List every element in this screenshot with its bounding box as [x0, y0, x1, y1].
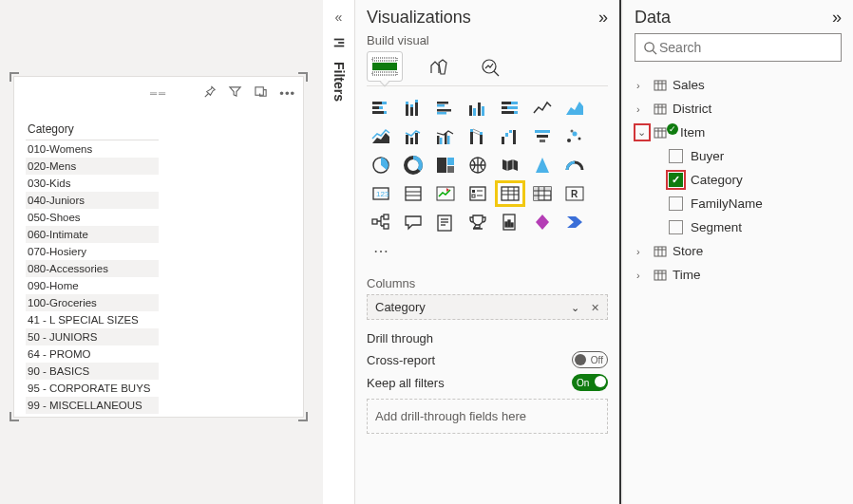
chevron-right-icon[interactable]: › [636, 270, 648, 281]
table-district[interactable]: › District [635, 97, 842, 121]
field-buyer[interactable]: Buyer [635, 144, 842, 168]
table-row[interactable]: 010-Womens [26, 140, 159, 158]
table-row[interactable]: 99 - MISCELLANEOUS [26, 397, 159, 414]
table-row[interactable]: 060-Intimate [26, 226, 159, 243]
r-visual-icon[interactable]: R [560, 181, 589, 206]
cross-report-toggle[interactable]: Off [572, 351, 608, 368]
svg-rect-96 [508, 220, 510, 227]
table-row[interactable]: 100-Groceries [26, 294, 159, 311]
svg-rect-46 [505, 133, 508, 137]
analytics-tab[interactable] [473, 51, 509, 82]
field-category[interactable]: ✓ Category [635, 168, 842, 192]
keep-filters-toggle[interactable]: On [572, 374, 608, 391]
pie-chart-icon[interactable] [367, 153, 395, 177]
waterfall-icon[interactable] [496, 124, 524, 149]
chevron-right-icon[interactable]: › [636, 103, 648, 115]
multirow-card-icon[interactable] [399, 181, 427, 206]
svg-rect-25 [473, 108, 476, 116]
filters-label[interactable]: Filters [332, 62, 347, 102]
stacked100-bar-icon[interactable] [496, 96, 524, 121]
collapse-viz-icon[interactable]: » [598, 8, 608, 28]
stacked-column-icon[interactable] [399, 96, 427, 121]
field-familyname[interactable]: FamilyName [635, 192, 842, 215]
qna-icon[interactable] [399, 210, 427, 234]
table-row[interactable]: 030-Kids [26, 175, 159, 192]
paginated-report-icon[interactable] [496, 210, 524, 234]
drag-grip-icon[interactable]: ══ [150, 88, 167, 99]
ribbon-chart-icon[interactable] [464, 124, 492, 149]
area-chart-icon[interactable] [560, 96, 589, 121]
table-row[interactable]: 090-Home [26, 277, 159, 294]
stacked-bar-icon[interactable] [367, 96, 395, 121]
checkbox-checked[interactable]: ✓ [669, 173, 683, 187]
focus-mode-icon[interactable] [254, 84, 268, 102]
svg-rect-115 [654, 271, 666, 280]
table-time[interactable]: › Time [635, 263, 842, 287]
chevron-right-icon[interactable]: › [636, 80, 648, 91]
filled-map-icon[interactable] [496, 153, 524, 177]
table-store[interactable]: › Store [635, 239, 842, 263]
kpi-icon[interactable] [431, 181, 460, 206]
table-row[interactable]: 080-Accessories [26, 260, 159, 277]
clustered-bar-icon[interactable] [431, 96, 460, 121]
map-icon[interactable] [464, 153, 492, 177]
scatter-icon[interactable] [560, 124, 589, 149]
table-sales[interactable]: › Sales [635, 73, 842, 97]
svg-rect-8 [372, 102, 382, 104]
checkbox[interactable] [669, 196, 683, 211]
field-segment[interactable]: Segment [635, 215, 842, 239]
remove-field-icon[interactable]: ✕ [591, 302, 599, 313]
smart-narrative-icon[interactable] [431, 210, 460, 234]
table-row[interactable]: 040-Juniors [26, 192, 159, 209]
svg-rect-51 [540, 140, 545, 142]
filter-icon[interactable] [228, 84, 242, 102]
treemap-icon[interactable] [431, 153, 460, 177]
slicer-icon[interactable] [464, 181, 492, 206]
table-row[interactable]: 90 - BASICS [26, 363, 159, 380]
table-row[interactable]: 50 - JUNIORS [26, 328, 159, 345]
card-icon[interactable]: 123 [367, 181, 395, 206]
pin-icon[interactable] [202, 84, 217, 102]
funnel-icon[interactable] [528, 124, 557, 149]
azure-map-icon[interactable] [528, 153, 557, 177]
chevron-down-icon[interactable]: ⌄ [636, 126, 648, 139]
build-visual-tab[interactable] [367, 51, 403, 82]
search-icon [643, 41, 657, 55]
more-options-icon[interactable]: ••• [279, 86, 295, 101]
collapse-data-icon[interactable]: » [832, 8, 842, 28]
chevron-down-icon[interactable]: ⌄ [571, 302, 579, 313]
line-chart-icon[interactable] [528, 96, 557, 121]
table-column-header[interactable]: Category [26, 119, 159, 140]
table-visual-card[interactable]: ══ ••• Category 010-Womens020-Mens030-Ki… [13, 76, 304, 418]
table-row[interactable]: 41 - L SPECIAL SIZES [26, 311, 159, 328]
goals-icon[interactable] [464, 210, 492, 234]
line-clustered-column-icon[interactable] [431, 124, 460, 149]
table-row[interactable]: 050-Shoes [26, 209, 159, 226]
get-more-visuals-icon[interactable]: ⋯ [367, 238, 395, 263]
table-row[interactable]: 020-Mens [26, 158, 159, 175]
columns-field-well[interactable]: Category ⌄ ✕ [367, 294, 608, 320]
search-box[interactable] [635, 33, 842, 62]
search-input[interactable] [657, 39, 833, 56]
stacked-area-icon[interactable] [367, 124, 395, 149]
power-apps-icon[interactable] [528, 210, 557, 234]
format-visual-tab[interactable] [420, 51, 456, 82]
gauge-icon[interactable] [560, 153, 589, 177]
checkbox[interactable] [669, 149, 683, 163]
checkbox[interactable] [669, 220, 683, 234]
expand-filters-icon[interactable]: « [335, 9, 343, 25]
matrix-icon[interactable] [528, 181, 557, 206]
drillthrough-dropzone[interactable]: Add drill-through fields here [367, 399, 608, 434]
donut-chart-icon[interactable] [399, 153, 427, 177]
power-automate-icon[interactable] [560, 210, 589, 234]
decomposition-tree-icon[interactable] [367, 210, 395, 234]
chevron-right-icon[interactable]: › [636, 246, 648, 257]
svg-rect-27 [482, 106, 484, 116]
table-item[interactable]: ⌄ ✓ Item [635, 121, 842, 144]
line-stacked-column-icon[interactable] [399, 124, 427, 149]
clustered-column-icon[interactable] [464, 96, 492, 121]
table-row[interactable]: 070-Hosiery [26, 243, 159, 260]
table-row[interactable]: 64 - PROMO [26, 345, 159, 363]
table-icon[interactable] [496, 181, 524, 206]
table-row[interactable]: 95 - CORPORATE BUYS [26, 380, 159, 397]
